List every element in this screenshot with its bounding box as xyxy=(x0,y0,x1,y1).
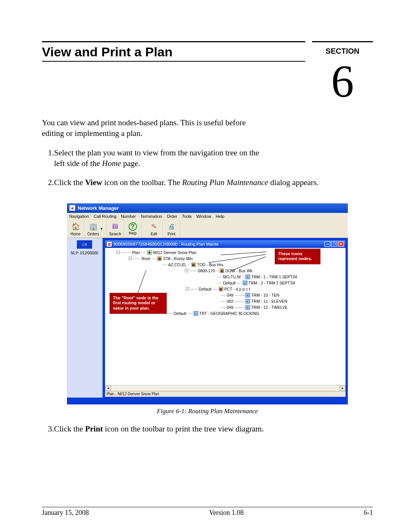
section-label: SECTION xyxy=(312,42,373,56)
menu-item[interactable]: Help xyxy=(216,214,225,219)
step-number: 2. xyxy=(42,177,54,188)
step-1: 1. Select the plan you want to view from… xyxy=(42,147,373,169)
node-label: 049 xyxy=(227,293,234,297)
app-icon: ♣ xyxy=(69,205,75,211)
label: Orders xyxy=(88,232,99,236)
label: Print xyxy=(167,232,175,236)
left-panel: ⎅≡ NLP: 012/00000 xyxy=(67,238,103,398)
footer-version: Version 1.08 xyxy=(209,509,244,517)
node-text[interactable]: DOW - Bus Wk xyxy=(225,268,252,273)
trm-node-icon: ▸ xyxy=(245,305,250,310)
print-icon: 🖨 xyxy=(167,222,177,232)
page-title: View and Print a Plan xyxy=(42,42,305,61)
node-text[interactable]: N012 Denver Snow Plan xyxy=(153,250,197,255)
scroll-right-icon[interactable]: ▸ xyxy=(339,385,346,391)
scroll-track[interactable] xyxy=(111,385,339,391)
node-text[interactable]: TOD - Bus Hrs xyxy=(197,262,223,267)
footer-date: January 15, 2008 xyxy=(42,509,89,517)
label: Help xyxy=(129,231,137,235)
help-button[interactable]: ?Help xyxy=(124,220,142,238)
text-bold: Print xyxy=(85,424,103,433)
home-icon: 🏠 xyxy=(71,222,81,232)
sta-node-icon: ▦ xyxy=(157,256,162,261)
text: page. xyxy=(121,159,140,168)
left-panel-label: NLP: 012/00000 xyxy=(71,251,98,255)
plan-node-icon: ♣ xyxy=(147,250,152,255)
node-label: 002 xyxy=(227,299,234,304)
home-button[interactable]: 🏠Home xyxy=(67,220,84,238)
tool-bar: 🏠Home 🏢Orders▼ iîiSearch ?Help ✎Edit 🖨Pr… xyxy=(67,220,348,238)
orders-button[interactable]: 🏢Orders▼ xyxy=(84,220,107,238)
menu-item[interactable]: Number xyxy=(121,214,136,219)
help-icon: ? xyxy=(129,222,137,231)
node-label: Default xyxy=(223,281,236,285)
menu-item[interactable]: Window xyxy=(196,214,211,219)
status-bar: Plan - N012 Denver Snow Plan xyxy=(105,391,346,397)
section-number: 6 xyxy=(312,56,373,104)
chevron-down-icon[interactable]: ▼ xyxy=(100,227,103,231)
menu-item[interactable]: Call Routing xyxy=(94,214,116,219)
edit-button[interactable]: ✎Edit xyxy=(145,220,163,238)
title-block: View and Print a Plan xyxy=(42,41,305,62)
collapse-icon[interactable]: − xyxy=(129,257,132,260)
figure-caption: Figure 6-1: Routing Plan Maintenance xyxy=(42,407,373,415)
text: Select the plan you want to view from th… xyxy=(54,148,259,168)
node-label: Default xyxy=(174,311,186,316)
node-text[interactable]: TRM - 12 - TWELVE xyxy=(251,305,287,310)
node-text[interactable]: TRM - 10 - TEN xyxy=(251,293,279,297)
menu-item[interactable]: Tools xyxy=(182,214,192,219)
app-title: Network Manager xyxy=(78,205,119,211)
callout-root: The "Root" node is the first routing mod… xyxy=(110,293,167,314)
search-button[interactable]: iîiSearch xyxy=(107,220,124,238)
trm-node-icon: ▸ xyxy=(245,275,250,279)
scroll-left-icon[interactable]: ◂ xyxy=(105,385,111,391)
text: icon on the toolbar to print the tree vi… xyxy=(103,424,264,433)
label: Search xyxy=(109,232,121,236)
node-label: 049 xyxy=(227,305,234,310)
trm-node-icon: ▸ xyxy=(243,281,247,285)
collapse-icon[interactable]: − xyxy=(116,251,120,254)
callout-nodes: These icons represent nodes. xyxy=(275,249,320,265)
trt-node-icon: ▸ xyxy=(194,311,198,316)
collapse-icon[interactable]: − xyxy=(186,287,189,291)
edit-icon: ✎ xyxy=(149,222,159,232)
menu-item[interactable]: Navigation xyxy=(69,214,89,219)
node-text[interactable]: TRT - GEOGRAPHIC BLOCKING xyxy=(199,311,260,316)
orders-icon: 🏢 xyxy=(88,222,98,232)
collapse-icon[interactable]: − xyxy=(185,269,188,272)
tree-icon[interactable]: ⎅≡ xyxy=(77,240,92,249)
text: Click the xyxy=(54,178,85,187)
trm-node-icon: ▸ xyxy=(245,293,250,297)
step-text: Click the View icon on the toolbar. The … xyxy=(54,177,373,188)
node-label: AZ,CO,ID, xyxy=(168,262,186,267)
text: icon on the toolbar. The xyxy=(102,178,182,187)
maximize-icon[interactable]: ❐ xyxy=(331,241,337,247)
node-label: Default xyxy=(199,287,211,291)
node-text[interactable]: STA - Rocky Mtn xyxy=(163,256,193,261)
node-text[interactable]: PCT - d p p c t xyxy=(225,287,250,291)
tree-view[interactable]: −────Plan──♣N012 Denver Snow Plan −───Ro… xyxy=(105,248,346,385)
step-text: Select the plan you want to view from th… xyxy=(54,147,260,169)
node-text[interactable]: TRM - 11 - ELEVEN xyxy=(251,299,287,304)
menu-item[interactable]: Termination xyxy=(140,214,162,219)
text-italic: Home xyxy=(102,159,121,168)
footer-rule xyxy=(42,507,373,507)
node-text[interactable]: TRM - 2 - TRM 2 SEPT'04 xyxy=(249,281,295,285)
node-text[interactable]: TRM - 1 - TRM 1 SEPT04 xyxy=(251,275,297,279)
doc-icon: ▦ xyxy=(107,241,112,247)
title-bar[interactable]: ♣ Network Manager xyxy=(67,203,348,213)
header: View and Print a Plan SECTION 6 xyxy=(42,41,373,104)
step-number: 3. xyxy=(42,423,54,434)
inner-title-text: 90069559/8772684600/012/00000 : Routing … xyxy=(113,242,323,246)
inner-title-bar[interactable]: ▦ 90069559/8772684600/012/00000 : Routin… xyxy=(105,240,346,248)
close-icon[interactable]: ✕ xyxy=(338,241,344,247)
main-area: ⎅≡ NLP: 012/00000 ▦ 90069559/8772684600/… xyxy=(67,238,348,398)
menu-item[interactable]: Order xyxy=(167,214,177,219)
minimize-icon[interactable]: — xyxy=(324,241,330,247)
document-page: View and Print a Plan SECTION 6 You can … xyxy=(0,0,411,532)
window-buttons: — ❐ ✕ xyxy=(324,241,344,247)
horizontal-scrollbar[interactable]: ◂ ▸ xyxy=(105,385,346,391)
print-button[interactable]: 🖨Print xyxy=(163,220,180,238)
tod-node-icon: ▦ xyxy=(191,262,196,267)
step-number: 1. xyxy=(42,147,54,169)
